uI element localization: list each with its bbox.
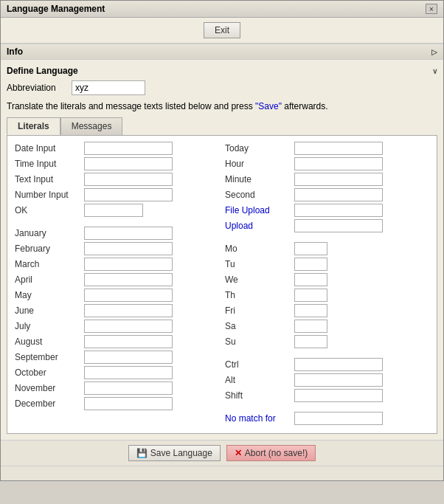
november-label: November: [15, 383, 81, 393]
shift-label: Shift: [225, 390, 291, 401]
mo-field[interactable]: [294, 242, 327, 255]
abort-label: Abort (no save!): [245, 448, 308, 458]
abbreviation-row: Abbreviation: [7, 80, 437, 95]
may-field[interactable]: [84, 289, 173, 302]
fri-row: Fri: [225, 304, 429, 317]
time-input-row: Time Input: [15, 157, 219, 170]
september-row: September: [15, 351, 219, 364]
info-arrow: ▷: [431, 48, 437, 56]
sa-label: Sa: [225, 321, 291, 331]
tu-field[interactable]: [294, 258, 327, 271]
january-field[interactable]: [84, 227, 173, 240]
abbreviation-input[interactable]: [72, 80, 145, 95]
second-field[interactable]: [294, 188, 383, 201]
april-row: April: [15, 273, 219, 286]
su-field[interactable]: [294, 335, 327, 348]
hour-label: Hour: [225, 159, 291, 169]
tab-literals[interactable]: Literals: [7, 117, 60, 135]
sa-row: Sa: [225, 320, 429, 333]
hour-field[interactable]: [294, 157, 383, 170]
minute-field[interactable]: [294, 173, 383, 186]
fri-label: Fri: [225, 305, 291, 316]
shift-row: Shift: [225, 389, 429, 402]
december-field[interactable]: [84, 397, 173, 410]
tab-messages[interactable]: Messages: [60, 117, 123, 135]
text-input-field[interactable]: [84, 173, 173, 186]
april-label: April: [15, 275, 81, 285]
august-field[interactable]: [84, 335, 173, 348]
sa-field[interactable]: [294, 320, 327, 333]
february-field[interactable]: [84, 242, 173, 255]
time-input-field[interactable]: [84, 157, 173, 170]
content-area: Date Input Time Input Text Input Number …: [7, 135, 437, 434]
december-row: December: [15, 397, 219, 410]
close-button[interactable]: ×: [426, 4, 437, 14]
number-input-row: Number Input: [15, 188, 219, 201]
exit-button[interactable]: Exit: [204, 22, 240, 38]
upload-field[interactable]: [294, 219, 383, 232]
june-field[interactable]: [84, 304, 173, 317]
may-row: May: [15, 289, 219, 302]
february-row: February: [15, 242, 219, 255]
no-match-field[interactable]: [294, 412, 383, 425]
define-chevron[interactable]: ∨: [432, 67, 437, 75]
second-label: Second: [225, 190, 291, 200]
we-label: We: [225, 275, 291, 285]
september-label: September: [15, 352, 81, 362]
november-field[interactable]: [84, 382, 173, 395]
number-input-field[interactable]: [84, 188, 173, 201]
bottom-bar: 💾 Save Language ✕ Abort (no save!): [1, 440, 443, 466]
july-field[interactable]: [84, 320, 173, 333]
info-section-header[interactable]: Info ▷: [1, 44, 443, 60]
su-label: Su: [225, 336, 291, 347]
file-upload-field[interactable]: [294, 204, 383, 217]
text-input-label: Text Input: [15, 174, 81, 184]
september-field[interactable]: [84, 351, 173, 364]
today-label: Today: [225, 143, 291, 153]
mo-label: Mo: [225, 244, 291, 254]
today-field[interactable]: [294, 142, 383, 155]
date-input-label: Date Input: [15, 143, 81, 153]
october-field[interactable]: [84, 366, 173, 379]
th-field[interactable]: [294, 289, 327, 302]
minute-row: Minute: [225, 173, 429, 186]
tu-row: Tu: [225, 258, 429, 271]
info-label: Info: [7, 46, 23, 57]
no-match-row: No match for: [225, 412, 429, 425]
th-label: Th: [225, 290, 291, 300]
november-row: November: [15, 382, 219, 395]
we-field[interactable]: [294, 273, 327, 286]
define-header: Define Language ∨: [7, 66, 437, 76]
march-label: March: [15, 259, 81, 269]
march-field[interactable]: [84, 258, 173, 271]
fri-field[interactable]: [294, 304, 327, 317]
number-input-label: Number Input: [15, 190, 81, 200]
mo-row: Mo: [225, 242, 429, 255]
june-row: June: [15, 304, 219, 317]
date-input-field[interactable]: [84, 142, 173, 155]
june-label: June: [15, 305, 81, 316]
save-label: Save Language: [150, 448, 212, 458]
ctrl-label: Ctrl: [225, 359, 291, 370]
alt-row: Alt: [225, 373, 429, 387]
status-bar: [1, 466, 443, 480]
su-row: Su: [225, 335, 429, 348]
abbrev-label: Abbreviation: [7, 83, 66, 93]
save-language-button[interactable]: 💾 Save Language: [128, 445, 221, 461]
ctrl-row: Ctrl: [225, 358, 429, 371]
ok-field[interactable]: [84, 204, 143, 217]
december-label: December: [15, 398, 81, 409]
august-label: August: [15, 336, 81, 347]
abort-button[interactable]: ✕ Abort (no save!): [226, 445, 316, 461]
april-field[interactable]: [84, 273, 173, 286]
define-section: Define Language ∨ Abbreviation Translate…: [1, 60, 443, 440]
title-bar: Language Management ×: [1, 1, 443, 18]
toolbar: Exit: [1, 18, 443, 44]
second-row: Second: [225, 188, 429, 201]
alt-field[interactable]: [294, 373, 383, 387]
ctrl-field[interactable]: [294, 358, 383, 371]
upload-label: Upload: [225, 221, 291, 231]
text-input-row: Text Input: [15, 173, 219, 186]
july-row: July: [15, 320, 219, 333]
shift-field[interactable]: [294, 389, 383, 402]
